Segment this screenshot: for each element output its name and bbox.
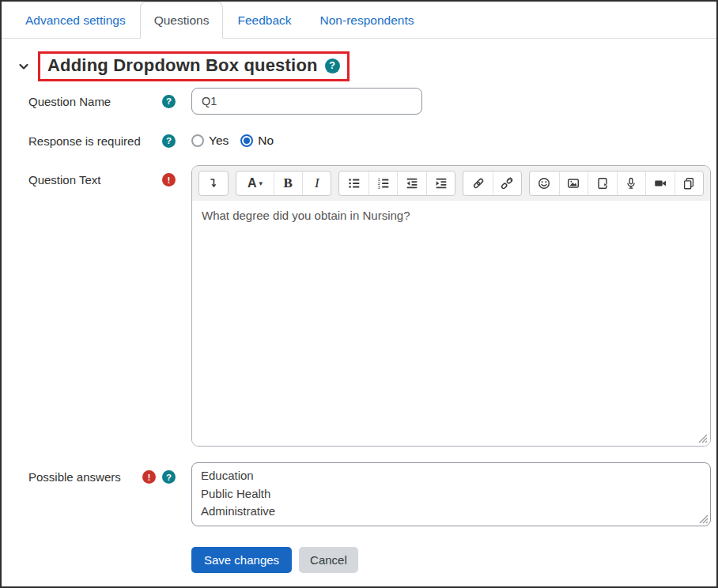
question-text-row: Question Text ! A ▾ — [2, 165, 716, 447]
record-audio-icon — [624, 176, 638, 190]
ordered-list-icon: 123 — [376, 176, 391, 190]
emoji-button[interactable] — [530, 172, 558, 195]
radio-option-no[interactable]: No — [240, 134, 274, 148]
radio-label-yes: Yes — [209, 134, 229, 148]
outdent-button[interactable] — [397, 172, 425, 195]
link-button[interactable] — [463, 172, 492, 195]
editor-toolbar: A ▾ B I — [192, 166, 710, 201]
font-style-button[interactable]: A ▾ — [236, 172, 273, 195]
italic-button[interactable]: I — [302, 172, 331, 195]
cancel-button[interactable]: Cancel — [299, 547, 358, 573]
font-style-icon: A — [248, 176, 257, 190]
required-icon: ! — [142, 470, 156, 484]
question-name-label: Question Name — [28, 95, 111, 108]
save-changes-button[interactable]: Save changes — [191, 547, 292, 573]
italic-icon: I — [315, 175, 319, 191]
rich-text-editor: A ▾ B I — [191, 165, 711, 447]
tab-advanced-settings[interactable]: Advanced settings — [11, 2, 140, 39]
insert-image-icon — [566, 176, 580, 190]
unlink-button[interactable] — [493, 172, 521, 195]
help-icon[interactable]: ? — [162, 95, 176, 108]
form-actions: Save changes Cancel — [2, 547, 716, 573]
unordered-list-icon — [347, 176, 361, 190]
help-icon[interactable]: ? — [325, 58, 340, 74]
question-text-label: Question Text — [28, 173, 100, 187]
bold-icon: B — [284, 175, 293, 191]
possible-answers-label: Possible answers — [28, 470, 121, 484]
tab-non-respondents[interactable]: Non-respondents — [306, 2, 429, 39]
manage-files-icon — [682, 176, 696, 190]
insert-media-icon — [595, 176, 610, 190]
required-icon: ! — [162, 173, 176, 187]
caret-down-icon: ▾ — [259, 179, 263, 187]
section-header: Adding Dropdown Box question ? — [17, 51, 716, 81]
help-icon[interactable]: ? — [162, 470, 176, 484]
svg-text:3: 3 — [377, 185, 380, 190]
question-name-input[interactable] — [191, 88, 422, 115]
response-required-row: Response is required ? Yes No — [2, 134, 716, 148]
response-required-options: Yes No — [191, 134, 711, 148]
unlink-icon — [500, 176, 514, 190]
ordered-list-button[interactable]: 123 — [368, 172, 397, 195]
question-name-row: Question Name ? — [2, 88, 716, 115]
resize-handle-icon[interactable] — [697, 433, 708, 443]
bold-button[interactable]: B — [274, 172, 302, 195]
possible-answers-textarea[interactable]: Education Public Health Administrative — [191, 462, 711, 526]
radio-option-yes[interactable]: Yes — [191, 134, 229, 148]
indent-icon — [434, 176, 448, 190]
tab-bar: Advanced settings Questions Feedback Non… — [2, 2, 716, 39]
expand-toolbar-icon — [206, 176, 221, 190]
possible-answers-row: Possible answers ! ? Education Public He… — [2, 462, 716, 526]
tab-questions[interactable]: Questions — [140, 2, 224, 39]
chevron-down-icon[interactable] — [17, 60, 30, 73]
resize-handle-icon[interactable] — [698, 514, 709, 524]
tab-feedback[interactable]: Feedback — [223, 2, 305, 39]
manage-files-button[interactable] — [675, 172, 703, 195]
unordered-list-button[interactable] — [339, 172, 368, 195]
record-audio-button[interactable] — [617, 172, 645, 195]
indent-button[interactable] — [426, 172, 455, 195]
record-video-icon — [653, 176, 667, 190]
radio-label-no: No — [258, 134, 274, 148]
emoji-icon — [537, 176, 551, 190]
question-text-editor-area[interactable]: What degree did you obtain in Nursing? — [192, 201, 710, 446]
radio-icon[interactable] — [240, 134, 253, 147]
insert-image-button[interactable] — [559, 172, 588, 195]
insert-media-button[interactable] — [588, 172, 616, 195]
expand-toolbar-button[interactable] — [199, 172, 228, 195]
link-icon — [471, 176, 486, 190]
questionnaire-settings-page: { "tabs": [ { "label": "Advanced setting… — [0, 0, 718, 588]
outdent-icon — [405, 176, 419, 190]
highlight-box: Adding Dropdown Box question ? — [38, 51, 350, 81]
page-title: Adding Dropdown Box question — [47, 55, 318, 76]
response-required-label: Response is required — [28, 134, 141, 148]
record-video-button[interactable] — [645, 172, 674, 195]
help-icon[interactable]: ? — [162, 134, 176, 148]
radio-icon[interactable] — [191, 134, 204, 147]
